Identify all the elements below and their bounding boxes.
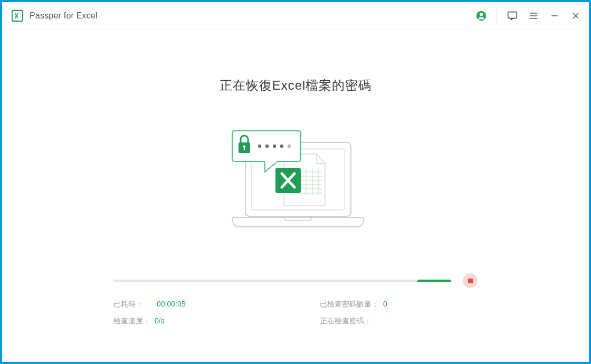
speed-label: 檢查速度： [113, 317, 150, 326]
app-title: Passper for Excel [30, 11, 98, 21]
elapsed-row: 已耗時： 00:00:05 [113, 300, 296, 309]
page-title: 正在恢復Excel檔案的密碼 [220, 77, 372, 94]
stats: 已耗時： 00:00:05 檢查速度： 0/s 已檢查密碼數量： 0 正在檢查密… [113, 300, 478, 326]
current-label: 正在檢查密碼： [320, 317, 371, 326]
svg-point-3 [480, 13, 483, 16]
checked-value: 0 [383, 300, 387, 308]
progress-section [113, 273, 478, 288]
app-window: Passper for Excel [0, 0, 591, 364]
account-icon[interactable] [475, 10, 487, 22]
progress-bar [113, 280, 451, 282]
elapsed-value: 00:00:05 [157, 300, 186, 308]
svg-point-31 [265, 145, 269, 148]
recovery-illustration [216, 121, 375, 237]
speed-value: 0/s [155, 317, 165, 325]
titlebar-separator [497, 9, 497, 23]
svg-rect-29 [244, 147, 245, 150]
stop-icon [468, 279, 473, 283]
elapsed-label: 已耗時： [113, 300, 143, 309]
stats-left: 已耗時： 00:00:05 檢查速度： 0/s [113, 300, 296, 326]
menu-icon[interactable] [528, 10, 539, 22]
current-row: 正在檢查密碼： [296, 317, 478, 326]
titlebar: Passper for Excel [2, 2, 589, 30]
speed-row: 檢查速度： 0/s [113, 317, 296, 326]
svg-point-30 [258, 145, 261, 148]
titlebar-left: Passper for Excel [12, 10, 98, 22]
checked-label: 已檢查密碼數量： [320, 300, 379, 309]
app-logo-icon [12, 10, 23, 22]
progress-fill [417, 280, 451, 282]
svg-point-34 [288, 145, 291, 148]
svg-rect-4 [508, 12, 517, 18]
svg-rect-26 [265, 160, 277, 162]
checked-row: 已檢查密碼數量： 0 [296, 300, 478, 309]
svg-point-32 [273, 145, 276, 148]
close-icon[interactable] [570, 10, 582, 22]
stop-button[interactable] [463, 273, 478, 288]
feedback-icon[interactable] [507, 10, 518, 22]
stats-right: 已檢查密碼數量： 0 正在檢查密碼： [296, 300, 478, 326]
minimize-icon[interactable] [549, 10, 560, 22]
main-content: 正在恢復Excel檔案的密碼 [2, 30, 589, 362]
svg-point-33 [280, 145, 283, 148]
titlebar-right [475, 9, 582, 23]
